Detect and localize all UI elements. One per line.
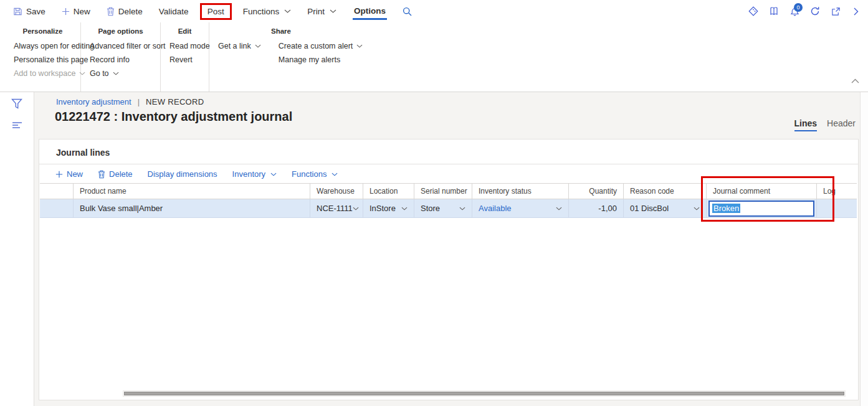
row-selector[interactable] bbox=[40, 199, 74, 217]
save-button[interactable]: Save bbox=[5, 0, 54, 22]
cell-quantity[interactable]: -1,00 bbox=[569, 199, 624, 217]
cell-location[interactable]: InStore bbox=[363, 199, 414, 217]
chevron-down-icon bbox=[270, 172, 277, 176]
search-button[interactable] bbox=[395, 7, 419, 16]
item-label: Personalize this page bbox=[14, 55, 88, 64]
grid-delete-button[interactable]: Delete bbox=[92, 168, 139, 180]
item-label: Inventory bbox=[232, 169, 265, 179]
app-window: Save New Delete Validate Post Functions bbox=[0, 0, 868, 406]
advanced-filter-or-sort-button[interactable]: Advanced filter or sort bbox=[81, 39, 160, 53]
chevron-down-icon bbox=[356, 44, 363, 48]
delete-button[interactable]: Delete bbox=[98, 0, 151, 22]
grid-toolbar: New Delete Display dimensions Inventory … bbox=[39, 164, 858, 184]
popout-icon[interactable] bbox=[827, 3, 844, 19]
item-label: Record info bbox=[90, 55, 130, 64]
chevron-down-icon bbox=[113, 72, 119, 75]
column-header-reason-code[interactable]: Reason code bbox=[624, 184, 707, 199]
notifications-icon[interactable]: 0 bbox=[786, 3, 803, 19]
chevron-down-icon bbox=[255, 44, 261, 48]
page-title: 01221472 : Inventory adjustment journal bbox=[55, 110, 292, 124]
item-label: Go to bbox=[90, 69, 109, 78]
cell-value[interactable]: Available bbox=[479, 204, 512, 213]
breadcrumb-link[interactable]: Inventory adjustment bbox=[56, 97, 131, 106]
go-to-menu[interactable]: Go to bbox=[81, 67, 160, 80]
filter-icon[interactable] bbox=[11, 98, 22, 109]
item-label: Functions bbox=[292, 169, 327, 179]
new-label: New bbox=[74, 7, 90, 16]
validate-button[interactable]: Validate bbox=[151, 0, 197, 22]
column-header-journal-comment[interactable]: Journal comment bbox=[707, 184, 817, 199]
trash-icon bbox=[98, 170, 105, 179]
options-tab[interactable]: Options bbox=[345, 0, 395, 22]
item-label: Delete bbox=[109, 169, 133, 179]
column-header-log[interactable]: Log bbox=[817, 184, 857, 199]
column-header-inventory-status[interactable]: Inventory status bbox=[472, 184, 569, 199]
chevron-down-icon[interactable] bbox=[459, 207, 465, 210]
tab-lines[interactable]: Lines bbox=[794, 118, 818, 131]
view-tabs: Lines Header bbox=[794, 118, 856, 131]
dynamics-diamond-icon[interactable] bbox=[745, 3, 761, 19]
list-lines-icon[interactable] bbox=[12, 121, 22, 129]
post-annotation-box: Post bbox=[200, 3, 232, 20]
revert-button[interactable]: Revert bbox=[161, 53, 209, 67]
always-open-for-editing-button[interactable]: Always open for editing bbox=[5, 39, 80, 53]
cell-serial-number[interactable]: Store bbox=[414, 199, 472, 217]
cell-product-name[interactable]: Bulk Vase small|Amber bbox=[74, 199, 310, 217]
cell-warehouse[interactable]: NCE-1111 bbox=[310, 199, 363, 217]
horizontal-scrollbar-thumb[interactable] bbox=[124, 392, 844, 395]
select-all-column[interactable] bbox=[40, 184, 74, 199]
grid-functions-menu[interactable]: Functions bbox=[285, 168, 344, 180]
vertical-scrollbar[interactable] bbox=[860, 92, 868, 406]
table-row[interactable]: Bulk Vase small|Amber NCE-1111 InStore S… bbox=[40, 199, 857, 218]
add-to-workspace-menu[interactable]: Add to workspace bbox=[5, 67, 80, 80]
cell-value: Store bbox=[421, 204, 440, 213]
command-bar-right: 0 bbox=[745, 0, 864, 22]
chevron-down-icon bbox=[331, 172, 338, 176]
get-a-link-menu[interactable]: Get a link bbox=[209, 39, 270, 53]
ribbon-group-personalize: Personalize Always open for editing Pers… bbox=[5, 22, 81, 92]
manage-my-alerts-button[interactable]: Manage my alerts bbox=[270, 53, 372, 67]
refresh-icon[interactable] bbox=[807, 3, 823, 19]
chevron-down-icon[interactable] bbox=[694, 207, 700, 210]
read-mode-button[interactable]: Read mode bbox=[161, 39, 209, 53]
plus-icon bbox=[62, 7, 70, 16]
tab-header[interactable]: Header bbox=[827, 118, 856, 131]
item-label: Add to workspace bbox=[14, 69, 75, 78]
cell-inventory-status[interactable]: Available bbox=[472, 199, 569, 217]
ribbon-group-page-options: Page options Advanced filter or sort Rec… bbox=[81, 22, 161, 92]
cell-reason-code[interactable]: 01 DiscBol bbox=[624, 199, 707, 217]
column-header-serial-number[interactable]: Serial number bbox=[414, 184, 472, 199]
chevron-down-icon[interactable] bbox=[556, 207, 562, 210]
horizontal-scrollbar-track[interactable] bbox=[123, 390, 846, 397]
post-button[interactable]: Post bbox=[207, 7, 224, 16]
new-button[interactable]: New bbox=[54, 0, 98, 22]
cell-log[interactable] bbox=[817, 199, 857, 217]
breadcrumb: Inventory adjustment | NEW RECORD bbox=[56, 97, 204, 106]
column-header-location[interactable]: Location bbox=[363, 184, 414, 199]
chevron-down-icon[interactable] bbox=[353, 207, 359, 210]
item-label: Display dimensions bbox=[148, 169, 217, 179]
column-header-product-name[interactable]: Product name bbox=[74, 184, 310, 199]
journal-comment-input[interactable]: Broken bbox=[708, 201, 814, 217]
grid-new-button[interactable]: New bbox=[49, 168, 89, 180]
chevron-down-icon bbox=[284, 9, 291, 13]
print-menu[interactable]: Print bbox=[299, 0, 345, 22]
chevron-down-icon[interactable] bbox=[401, 207, 408, 210]
chevron-right-icon[interactable] bbox=[848, 3, 864, 19]
cell-journal-comment[interactable]: Broken bbox=[707, 199, 817, 217]
group-title: Edit bbox=[161, 26, 209, 39]
grid-header-row: Product name Warehouse Location Serial n… bbox=[40, 183, 857, 199]
inventory-menu[interactable]: Inventory bbox=[226, 168, 283, 180]
book-icon[interactable] bbox=[766, 3, 782, 19]
record-info-button[interactable]: Record info bbox=[81, 53, 160, 67]
display-dimensions-button[interactable]: Display dimensions bbox=[141, 168, 224, 180]
command-bar: Save New Delete Validate Post Functions bbox=[0, 0, 868, 22]
column-header-warehouse[interactable]: Warehouse bbox=[310, 184, 363, 199]
collapse-ribbon-icon[interactable] bbox=[851, 78, 859, 83]
create-a-custom-alert-menu[interactable]: Create a custom alert bbox=[270, 39, 372, 53]
functions-menu[interactable]: Functions bbox=[235, 0, 300, 22]
item-label: Get a link bbox=[218, 42, 251, 50]
save-icon bbox=[13, 7, 22, 16]
personalize-this-page-button[interactable]: Personalize this page bbox=[5, 53, 80, 67]
column-header-quantity[interactable]: Quantity bbox=[569, 184, 624, 199]
